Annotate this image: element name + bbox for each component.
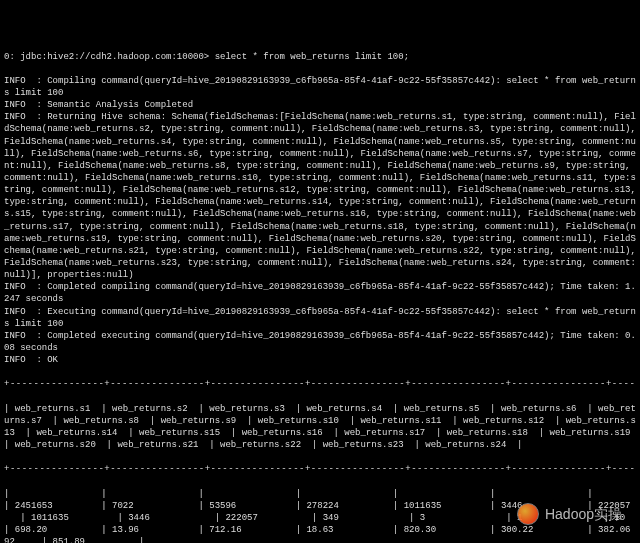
watermark: Hadoop实操	[517, 503, 622, 525]
info-line: INFO : Compiling command(queryId=hive_20…	[4, 75, 636, 99]
beeline-prompt[interactable]: 0: jdbc:hive2://cdh2.hadoop.com:10000> s…	[4, 51, 636, 63]
info-line: INFO : Completed executing command(query…	[4, 330, 636, 354]
table-row: | | | | | | | |	[4, 488, 636, 500]
table-separator-top: +----------------+----------------+-----…	[4, 378, 636, 390]
info-line: INFO : OK	[4, 354, 636, 366]
watermark-text: Hadoop实操	[545, 505, 622, 524]
info-line: INFO : Executing command(queryId=hive_20…	[4, 306, 636, 330]
table-separator-mid: +----------------+----------------+-----…	[4, 463, 636, 475]
table-row: | 698.20 | 13.96 | 712.16 | 18.63 | 820.…	[4, 524, 636, 536]
watermark-avatar-icon	[517, 503, 539, 525]
table-header: | web_returns.s1 | web_returns.s2 | web_…	[4, 403, 636, 452]
info-line: INFO : Completed compiling command(query…	[4, 281, 636, 305]
table-row: 92 | 851.89 |	[4, 536, 636, 543]
info-line: INFO : Returning Hive schema: Schema(fie…	[4, 111, 636, 281]
info-line: INFO : Semantic Analysis Completed	[4, 99, 636, 111]
